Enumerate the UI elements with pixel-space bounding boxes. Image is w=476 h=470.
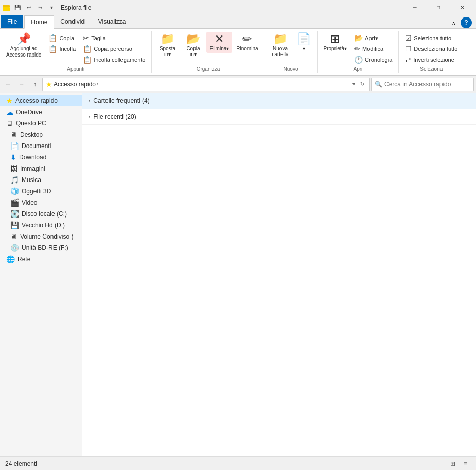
address-refresh-btn[interactable]: ↻ <box>358 80 366 88</box>
oggetti3d-label: Oggetti 3D <box>22 188 51 195</box>
sidebar-item-rete[interactable]: 🌐 Rete <box>0 254 82 265</box>
tab-home[interactable]: Home <box>24 15 54 29</box>
bd-re-icon: 💿 <box>10 244 19 252</box>
sidebar-item-documenti[interactable]: 📄 Documenti <box>0 140 82 152</box>
aggiungi-accesso-rapido-button[interactable]: 📌 Aggiungi adAccesso rapido <box>3 32 44 60</box>
tab-condividi[interactable]: Condividi <box>54 15 92 28</box>
incolla-collegamento-button[interactable]: 📋 Incolla collegamento <box>80 55 148 65</box>
nuovo-item-label: ▾ <box>303 46 305 51</box>
copia-percorso-button[interactable]: 📋 Copia percorso <box>80 44 148 54</box>
copia-percorso-icon: 📋 <box>83 45 92 53</box>
ribbon-collapse-btn[interactable]: ∧ <box>448 17 459 28</box>
qs-redo-btn[interactable]: ↪ <box>35 3 45 13</box>
proprieta-icon: ⊞ <box>330 33 340 45</box>
help-button[interactable]: ? <box>461 17 472 28</box>
address-right-controls: ▾ ↻ <box>350 80 366 88</box>
search-input[interactable] <box>384 81 470 88</box>
cartelle-frequenti-chevron-icon: › <box>89 98 90 104</box>
cronologia-label: Cronologia <box>365 57 392 63</box>
forward-button[interactable]: → <box>15 78 28 91</box>
deseleziona-tutto-button[interactable]: ☐ Deseleziona tutto <box>402 44 461 54</box>
sidebar-item-volume-condiviso[interactable]: 🖥 Volume Condiviso ( <box>0 231 82 242</box>
musica-icon: 🎵 <box>10 176 19 184</box>
nav-bar: ← → ↑ ★ Accesso rapido › ▾ ↻ 🔍 <box>0 76 476 93</box>
qs-undo-btn[interactable]: ↩ <box>24 3 34 13</box>
qs-save-btn[interactable]: 💾 <box>12 3 23 13</box>
minimize-button[interactable]: ─ <box>403 0 427 15</box>
tab-file[interactable]: File <box>1 15 23 28</box>
incolla-button[interactable]: 📋 Incolla <box>45 44 79 54</box>
elimina-icon: ✕ <box>215 33 224 45</box>
copia-button[interactable]: 📋 Copia <box>45 33 79 43</box>
apri-small-group: 📂 Apri▾ ✏ Modifica 🕐 Cronologia <box>351 33 395 65</box>
rinomina-button[interactable]: ✏ Rinomina <box>233 32 261 53</box>
apri-label: Apri <box>321 65 396 72</box>
apri-content: ⊞ Proprietà▾ 📂 Apri▾ ✏ Modifica 🕐 Cronol… <box>321 32 396 65</box>
sidebar-item-oggetti3d[interactable]: 🧊 Oggetti 3D <box>0 186 82 197</box>
view-grid-button[interactable]: ⊞ <box>447 458 459 469</box>
volume-condiviso-label: Volume Condiviso ( <box>20 233 73 240</box>
deseleziona-tutto-icon: ☐ <box>405 45 412 53</box>
copia-in-button[interactable]: 📂 Copiain▾ <box>181 32 205 59</box>
nuovo-content: 📁 Nuovacartella 📄 ▾ <box>268 32 314 65</box>
ribbon-group-nuovo: 📁 Nuovacartella 📄 ▾ Nuovo <box>265 31 318 73</box>
inverti-selezione-button[interactable]: ⇄ Inverti selezione <box>402 55 461 65</box>
app-icon <box>2 4 10 12</box>
copia-in-icon: 📂 <box>186 33 200 45</box>
search-box[interactable]: 🔍 <box>371 78 474 91</box>
sidebar-item-questo-pc[interactable]: 🖥 Questo PC <box>0 118 82 129</box>
view-list-button[interactable]: ≡ <box>460 458 471 469</box>
sidebar-item-disco-c[interactable]: 💽 Disco locale (C:) <box>0 208 82 220</box>
back-button[interactable]: ← <box>2 78 14 91</box>
organizza-label: Organizza <box>155 65 261 72</box>
nuova-cartella-label: Nuovacartella <box>272 46 288 57</box>
proprieta-button[interactable]: ⊞ Proprietà▾ <box>321 32 350 53</box>
file-recenti-chevron-icon: › <box>89 114 90 120</box>
sidebar-item-accesso-rapido[interactable]: ★ Accesso rapido <box>0 95 82 106</box>
address-star-icon: ★ <box>46 80 52 88</box>
documenti-label: Documenti <box>22 142 51 150</box>
address-expand-btn[interactable]: ▾ <box>350 80 357 88</box>
cronologia-button[interactable]: 🕐 Cronologia <box>351 55 395 65</box>
tab-visualizza[interactable]: Visualizza <box>92 15 132 28</box>
sidebar-item-video[interactable]: 🎬 Video <box>0 197 82 208</box>
qs-dropdown-btn[interactable]: ▾ <box>46 3 57 13</box>
aggiungi-icon: 📌 <box>17 33 31 45</box>
apri-small-button[interactable]: 📂 Apri▾ <box>351 33 395 43</box>
sidebar-item-bd-re[interactable]: 💿 Unità BD-RE (F:) <box>0 242 82 254</box>
rete-icon: 🌐 <box>6 255 15 263</box>
close-button[interactable]: ✕ <box>450 0 474 15</box>
incolla-label: Incolla <box>59 46 76 52</box>
apri-small-label: Apri▾ <box>365 35 378 42</box>
up-button[interactable]: ↑ <box>29 78 41 91</box>
accesso-rapido-label: Accesso rapido <box>15 97 58 104</box>
copia-label: Copia <box>59 35 74 41</box>
sidebar-item-immagini[interactable]: 🖼 Immagini <box>0 163 82 174</box>
copia-percorso-label: Copia percorso <box>94 46 132 52</box>
sidebar-item-download[interactable]: ⬇ Download <box>0 152 82 163</box>
modifica-button[interactable]: ✏ Modifica <box>351 44 395 54</box>
elimina-button[interactable]: ✕ Elimina▾ <box>206 32 232 53</box>
quick-access-toolbar: 💾 ↩ ↪ ▾ <box>12 3 57 13</box>
cartelle-frequenti-header[interactable]: › Cartelle frequenti (4) <box>82 93 476 109</box>
sidebar-item-onedrive[interactable]: ☁ OneDrive <box>0 106 82 118</box>
seleziona-tutto-button[interactable]: ☑ Seleziona tutto <box>402 33 461 43</box>
status-count: 24 elementi <box>5 460 37 467</box>
nuova-cartella-button[interactable]: 📁 Nuovacartella <box>268 32 293 59</box>
maximize-button[interactable]: □ <box>427 0 450 15</box>
download-icon: ⬇ <box>10 153 16 161</box>
ribbon-group-apri: ⊞ Proprietà▾ 📂 Apri▾ ✏ Modifica 🕐 Cronol… <box>318 31 399 73</box>
file-recenti-label: File recenti (20) <box>93 113 136 120</box>
search-icon: 🔍 <box>375 81 382 88</box>
taglia-button[interactable]: ✂ Taglia <box>80 33 148 43</box>
sposta-in-button[interactable]: 📁 Spostain▾ <box>155 32 180 59</box>
nuovo-item-button[interactable]: 📄 ▾ <box>294 32 314 53</box>
incolla-collegamento-icon: 📋 <box>83 56 92 64</box>
download-label: Download <box>19 154 46 161</box>
svg-rect-1 <box>3 7 10 11</box>
file-recenti-header[interactable]: › File recenti (20) <box>82 109 476 124</box>
address-bar[interactable]: ★ Accesso rapido › ▾ ↻ <box>42 78 370 91</box>
sidebar-item-vecchio-hd[interactable]: 💾 Vecchio Hd (D:) <box>0 220 82 231</box>
sidebar-item-desktop[interactable]: 🖥 Desktop <box>0 129 82 140</box>
sidebar-item-musica[interactable]: 🎵 Musica <box>0 174 82 186</box>
